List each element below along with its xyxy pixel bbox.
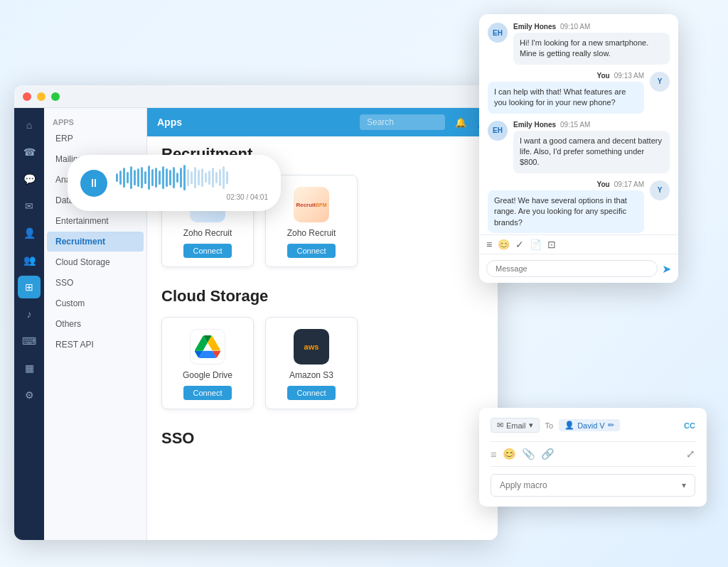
emoji-reaction-icon[interactable]: 😊	[498, 239, 510, 250]
chat-message-input[interactable]	[486, 260, 658, 277]
notifications-icon[interactable]: 🔔	[455, 117, 466, 128]
zoho-recruit-name: Zoho Recruit	[171, 228, 245, 238]
search-input[interactable]	[360, 114, 445, 130]
chat-bubble-wrap-4: 09:17 AM You Great! We have several opti…	[488, 180, 644, 233]
expand-icon[interactable]: ⤢	[686, 448, 695, 460]
chat-time-3: 09:15 AM	[560, 121, 590, 129]
waveform-bar	[137, 168, 139, 187]
more-reaction-icon[interactable]: ⊡	[547, 239, 556, 250]
email-type-label: Email	[506, 421, 526, 430]
edit-recipient-icon[interactable]: ✏	[608, 421, 614, 430]
you-avatar-2: Y	[650, 180, 670, 200]
sidebar-icon-mail[interactable]: ✉	[18, 195, 41, 217]
chat-sender-2: You	[597, 72, 610, 80]
list-format-icon[interactable]: ≡	[491, 448, 497, 460]
attachment-icon[interactable]: 📎	[522, 448, 535, 460]
sidebar-item-erp[interactable]: ERP	[47, 129, 144, 148]
emoji-picker-icon[interactable]: 😊	[503, 448, 516, 460]
minimize-button[interactable]	[37, 92, 46, 101]
waveform-bar	[176, 173, 178, 183]
amazon-s3-logo: aws	[294, 329, 329, 364]
email-compose-panel: ✉ Email ▾ To 👤 David V ✏ CC ≡ 😊 📎 🔗 ⤢ Ap…	[479, 408, 707, 507]
zoho-recruit-connect-button[interactable]: Connect	[183, 244, 232, 258]
sidebar-icon-phone[interactable]: ☎	[18, 141, 41, 163]
macro-chevron-icon: ▾	[682, 480, 686, 490]
chat-sender-4: You	[597, 180, 610, 188]
sidebar-item-cloud-storage[interactable]: Cloud Storage	[47, 252, 144, 272]
waveform-bar	[127, 172, 129, 183]
sidebar-item-sso[interactable]: SSO	[47, 273, 144, 293]
window-titlebar	[14, 85, 498, 108]
waveform-container: 02:30 / 04:01	[116, 165, 268, 201]
sidebar-icon-person[interactable]: 👤	[18, 222, 41, 244]
waveform-bar	[212, 168, 214, 188]
cc-button[interactable]: CC	[684, 421, 695, 430]
amazon-s3-connect-button[interactable]: Connect	[287, 386, 336, 400]
list-reaction-icon[interactable]: ≡	[486, 239, 492, 250]
to-label: To	[545, 421, 554, 430]
chat-meta-1: Emily Hones 09:10 AM	[513, 23, 670, 31]
sidebar-icon-home[interactable]: ⌂	[18, 114, 41, 136]
content-header: Apps 🔔 👤	[147, 108, 498, 136]
chat-bubble-wrap-1: Emily Hones 09:10 AM Hi! I'm looking for…	[513, 23, 670, 65]
recipient-name: David V	[577, 421, 605, 430]
waveform-bar	[205, 173, 207, 183]
close-button[interactable]	[23, 92, 31, 101]
sso-section-title: SSO	[161, 429, 483, 448]
email-toolbar: ≡ 😊 📎 🔗 ⤢	[491, 441, 695, 467]
link-icon[interactable]: 🔗	[541, 448, 555, 460]
chat-message-1: EH Emily Hones 09:10 AM Hi! I'm looking …	[488, 23, 670, 65]
waveform-bar	[148, 166, 150, 190]
chat-bubble-4: Great! We have several options in that r…	[488, 190, 644, 233]
chat-meta-3: Emily Hones 09:15 AM	[513, 121, 670, 129]
recruit-bpm-name: Zoho Recruit	[274, 228, 348, 238]
attachment-reaction-icon[interactable]: 📄	[530, 239, 542, 250]
send-icon[interactable]: ➤	[662, 262, 671, 276]
recruit-bpm-connect-button[interactable]: Connect	[287, 244, 336, 258]
waveform-bar	[215, 172, 218, 183]
sidebar-item-entertainment[interactable]: Entertainment	[47, 211, 144, 231]
email-icon: ✉	[497, 421, 503, 430]
google-drive-name: Google Drive	[171, 370, 245, 380]
sidebar-icons: ⌂ ☎ 💬 ✉ 👤 👥 ⊞ ♪ ⌨ ▦ ⚙	[14, 108, 44, 540]
email-header-row: ✉ Email ▾ To 👤 David V ✏ CC	[491, 418, 695, 433]
waveform-bar	[159, 171, 161, 185]
waveform-bar	[198, 170, 200, 185]
waveform-bar	[155, 168, 157, 188]
sidebar-icon-settings[interactable]: ⚙	[18, 384, 41, 406]
waveform-bar	[116, 173, 118, 182]
cloud-storage-section-title: Cloud Storage	[161, 287, 483, 306]
sidebar-icon-translate[interactable]: ⌨	[18, 330, 41, 352]
checkmark-reaction-icon[interactable]: ✓	[515, 239, 524, 250]
google-drive-connect-button[interactable]: Connect	[183, 386, 232, 400]
chat-meta-2: 09:13 AM You	[488, 72, 644, 80]
waveform-bar	[180, 168, 182, 188]
recipient-avatar-icon: 👤	[564, 421, 574, 430]
waveform-bar	[151, 169, 154, 186]
amazon-s3-name: Amazon S3	[274, 370, 348, 380]
chat-time-4: 09:17 AM	[614, 180, 644, 188]
sidebar-icon-chat[interactable]: 💬	[18, 168, 41, 190]
pause-button[interactable]: ⏸	[80, 170, 107, 197]
sidebar-item-custom[interactable]: Custom	[47, 293, 144, 313]
email-type-dropdown[interactable]: ✉ Email ▾	[491, 418, 540, 433]
sidebar-icon-team[interactable]: 👥	[18, 249, 41, 271]
chat-bubble-wrap-2: 09:13 AM You I can help with that! What …	[488, 72, 644, 114]
sidebar-icon-apps[interactable]: ⊞	[18, 276, 41, 298]
main-app-window: ⌂ ☎ 💬 ✉ 👤 👥 ⊞ ♪ ⌨ ▦ ⚙ Apps ERP Mailings …	[14, 85, 498, 540]
sidebar-icon-music[interactable]: ♪	[18, 303, 41, 325]
emily-avatar-2: EH	[488, 121, 508, 141]
chat-message-4: Y 09:17 AM You Great! We have several op…	[488, 180, 670, 233]
maximize-button[interactable]	[51, 92, 60, 101]
amazon-s3-card: aws Amazon S3 Connect	[265, 317, 358, 409]
waveform-bar	[191, 171, 193, 184]
sidebar-item-others[interactable]: Others	[47, 314, 144, 334]
you-avatar-1: Y	[650, 72, 670, 92]
waveform-bar	[141, 167, 143, 188]
waveform-bar	[208, 171, 210, 185]
sidebar-icon-table[interactable]: ▦	[18, 357, 41, 379]
chat-input-bar: ➤	[479, 254, 678, 283]
macro-dropdown[interactable]: Apply macro ▾	[491, 474, 695, 497]
sidebar-item-recruitment[interactable]: Recruitment	[47, 232, 144, 252]
sidebar-item-rest-api[interactable]: REST API	[47, 335, 144, 355]
